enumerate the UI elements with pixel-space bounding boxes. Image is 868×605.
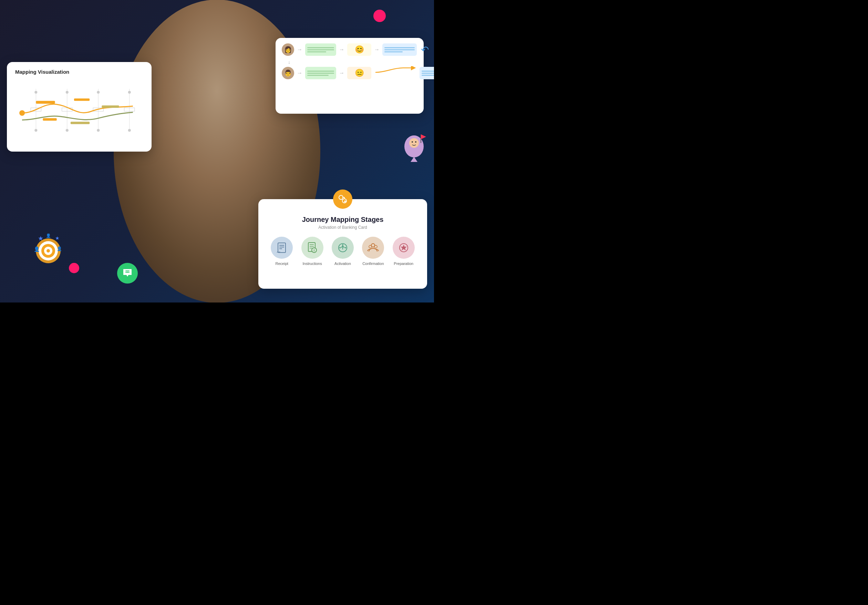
mapping-visualization-card: Mapping Visualization [7,62,152,152]
svg-point-54 [127,272,128,273]
text-block-2 [305,67,336,79]
blue-block-1 [382,43,417,56]
stage-receipt: Receipt [271,237,293,266]
flow-diagram-card: 👩 → → 😊 → ↶ ↓ 👨 → → 😑 [276,38,424,114]
svg-point-8 [34,129,37,132]
svg-text:👤: 👤 [46,234,51,238]
journey-subtitle: Activation of Banking Card [268,225,417,230]
svg-rect-19 [74,99,90,101]
stage-instructions-icon: i [301,237,324,259]
stage-confirmation-label: Confirmation [362,262,384,266]
svg-text:👤: 👤 [34,246,40,252]
svg-rect-21 [71,122,90,124]
arrow-1: → [297,47,302,53]
svg-text:👤: 👤 [57,246,62,251]
stage-activation-icon [332,237,354,259]
stage-preparation-label: Preparation [394,262,413,266]
svg-rect-25 [278,243,285,253]
decoration-dot-top-right [374,10,386,22]
text-block-1 [305,43,336,56]
svg-point-58 [412,141,413,143]
stage-receipt-label: Receipt [276,262,288,266]
svg-point-6 [97,91,99,94]
svg-point-41 [369,245,372,248]
svg-rect-18 [43,118,56,121]
journey-stages: Receipt i Instructions [268,237,417,266]
down-arrow: ↓ [288,59,417,65]
journey-title: Journey Mapping Stages [268,216,417,223]
svg-point-10 [97,129,99,132]
avatar-2: 👨 [282,67,294,79]
stage-preparation-icon [393,237,415,259]
svg-point-5 [66,91,68,94]
emoji-block-1: 😊 [347,43,371,56]
map-pin-character [400,131,428,162]
stage-receipt-icon [271,237,293,259]
stage-activation-label: Activation [335,262,351,266]
svg-rect-20 [102,105,119,108]
decoration-dot-bottom-left [69,263,79,273]
stage-confirmation: Confirmation [362,237,384,266]
flow-row-2: 👨 → → 😑 ↶ [282,66,417,80]
arrow-4: → [297,70,302,76]
svg-text:i: i [313,248,315,252]
svg-text:★: ★ [38,235,43,242]
flow-row-1: 👩 → → 😊 → ↶ [282,43,417,56]
svg-point-7 [128,91,131,94]
svg-point-48 [46,249,50,253]
svg-point-11 [128,129,131,132]
mapping-card-title: Mapping Visualization [15,69,143,75]
svg-point-9 [66,129,68,132]
blue-block-2 [420,67,434,79]
svg-point-59 [415,141,417,143]
stage-activation: Activation [332,237,354,266]
svg-point-37 [342,244,343,246]
svg-text:★: ★ [55,235,60,241]
target-decoration: ★ ★ 👤 👤 👤 [33,234,64,265]
svg-point-38 [345,247,346,248]
svg-point-42 [374,245,377,248]
svg-point-16 [19,110,25,116]
svg-rect-17 [36,101,55,104]
arrow-2: → [339,47,344,53]
svg-point-57 [409,138,419,148]
mapping-chart [15,80,143,142]
stage-confirmation-icon [362,237,384,259]
stage-preparation: Preparation [393,237,415,266]
svg-point-4 [34,91,37,94]
stage-instructions-label: Instructions [302,262,322,266]
journey-icon-circle [333,189,352,209]
avatar-1: 👩 [282,43,294,56]
arrow-3: → [374,47,380,53]
curve-arrow-1: ↶ [421,44,429,56]
chat-bubble-icon: 👍 [117,263,138,284]
journey-mapping-card: Journey Mapping Stages Activation of Ban… [258,199,427,289]
svg-marker-61 [421,134,426,139]
emoji-block-2: 😑 [347,67,371,79]
arrow-5: → [339,70,344,76]
svg-point-39 [339,247,341,248]
stage-instructions: i Instructions [301,237,324,266]
